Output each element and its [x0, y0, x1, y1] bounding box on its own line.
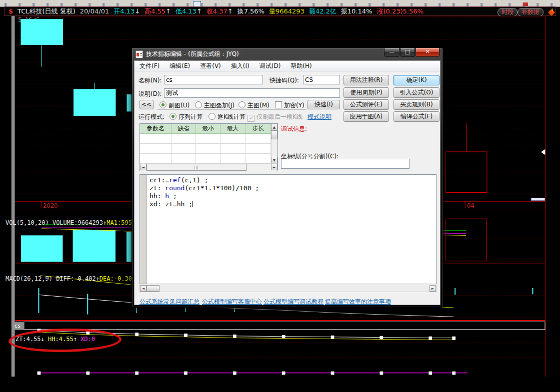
- ok-button[interactable]: 确定(K): [394, 75, 440, 85]
- period-button[interactable]: 时段: [498, 8, 518, 16]
- menu-help[interactable]: 帮助(H): [286, 61, 316, 71]
- turnover-value: 换7.56%: [238, 7, 264, 16]
- table-row[interactable]: [140, 144, 271, 154]
- candlesticks-down: [21, 19, 138, 116]
- application-window: $ TCL科技(日线 复权) 20/04/01 开4.13↓ 高4.55↑ 低4…: [0, 0, 560, 392]
- maximize-button[interactable]: □: [400, 48, 415, 57]
- menu-debug[interactable]: 调试(D): [254, 61, 286, 71]
- formula-code-editor[interactable]: cr1:=ref(c,1) ;zt: round(cr1*1.1*100)/10…: [140, 174, 436, 284]
- radio-series-calc[interactable]: 序列计算: [170, 113, 202, 121]
- stock-info-bar: $ TCL科技(日线 复权) 20/04/01 开4.13↓ 高4.55↑ 低4…: [4, 6, 556, 16]
- table-row[interactable]: [140, 134, 271, 144]
- debug-info-label: 调试信息:: [281, 125, 307, 133]
- volume-bar-up: [446, 219, 486, 261]
- description-label: 说明(D):: [138, 90, 162, 98]
- stock-title: TCL科技(日线 复权): [18, 7, 76, 16]
- alert-diamond-icon[interactable]: ◆!: [548, 7, 554, 16]
- formula-test-button[interactable]: 公式测评(E): [344, 99, 389, 110]
- usage-notes-button[interactable]: 用法注释(R): [344, 75, 389, 85]
- minimize-button[interactable]: —: [384, 48, 400, 57]
- collapse-button[interactable]: <<: [140, 100, 154, 109]
- trade-rules-button[interactable]: 买卖规则(B): [394, 99, 440, 110]
- macd-panel-header: MACD(26,12,9) DIFF:-0.402↑DEA:-0.30: [6, 275, 132, 282]
- change-value: 涨(0.23)5.56%: [376, 7, 423, 16]
- cs-indicator-name: cs: [14, 323, 21, 329]
- radio-dot-icon: [160, 101, 166, 108]
- shortcut-input[interactable]: [303, 75, 340, 84]
- link-faq[interactable]: 公式系统常见问题汇总: [140, 298, 200, 306]
- checkbox-icon: [275, 101, 282, 108]
- menu-view[interactable]: 查看(V): [195, 61, 226, 71]
- cs-header-band[interactable]: [16, 322, 545, 329]
- link-tutorial[interactable]: 公式模型编写调试教程: [264, 298, 324, 306]
- radio-dot-icon: [208, 113, 216, 120]
- col-param-name[interactable]: 参数名: [140, 124, 172, 134]
- menu-edit[interactable]: 编辑(E): [164, 61, 195, 71]
- mode-help-link[interactable]: 模式说明: [308, 113, 332, 121]
- quick-button[interactable]: 快速(I): [308, 100, 340, 109]
- parameter-table: 参数名 缺省 最小 最大 步长 ▲ ▼ ◄: [140, 123, 278, 171]
- dialog-title: 技术指标编辑 - (所属公式组：JYQ): [146, 50, 239, 58]
- description-input[interactable]: [164, 88, 340, 98]
- menu-insert[interactable]: 插入(I): [226, 61, 254, 71]
- close-button[interactable]: ✕: [416, 48, 440, 57]
- main-toolbar[interactable]: [0, 0, 560, 7]
- radio-overlay[interactable]: 主图叠加(J): [195, 101, 234, 110]
- year-tick-label: 2020: [43, 202, 58, 209]
- code-horizontal-scrollbar[interactable]: ◄ ►: [140, 285, 436, 292]
- volume-value: 量9664293: [269, 7, 304, 16]
- radio-perbar-calc[interactable]: 逐K线计算: [208, 113, 246, 121]
- amplitude-value: 振10.14%: [341, 7, 372, 16]
- low-value: 低4.13↑: [176, 7, 202, 16]
- col-max[interactable]: 最大: [220, 124, 246, 134]
- radio-subchart[interactable]: 副图(U): [160, 101, 190, 110]
- compile-formula-button[interactable]: 编译公式(F): [394, 111, 440, 122]
- toolbar-icon[interactable]: [523, 2, 528, 6]
- open-value: 开4.13↓: [114, 7, 140, 16]
- formula-doc-icon: [136, 50, 143, 58]
- table-vertical-scrollbar[interactable]: ▲ ▼: [271, 124, 278, 163]
- lastbar-checkbox[interactable]: ✓仅刷最后一根K线: [248, 113, 302, 122]
- scroll-marker[interactable]: [532, 198, 545, 201]
- dialog-client-area: 文件(F) 编辑(E) 查看(V) 插入(I) 调试(D) 帮助(H) 名称(N…: [134, 60, 440, 305]
- radio-dot-icon: [170, 113, 176, 120]
- period-usage-button[interactable]: 使用周期(P): [344, 87, 389, 98]
- high-value: 高4.55↑: [144, 7, 171, 16]
- radio-mainchart[interactable]: 主图(M): [238, 101, 270, 110]
- radio-dot-icon: [195, 101, 202, 108]
- menu-file[interactable]: 文件(F): [134, 61, 164, 71]
- stock-icon: $: [8, 7, 13, 15]
- apply-to-chart-button[interactable]: 应用于图(A): [344, 111, 389, 122]
- formula-editor-dialog: 技术指标编辑 - (所属公式组：JYQ) — □ ✕ 文件(F) 编辑(E) 查…: [132, 47, 443, 308]
- formula-code[interactable]: cr1:=ref(c,1) ;zt: round(cr1*1.1*100)/10…: [150, 176, 259, 208]
- candlestick-up: [446, 123, 486, 193]
- table-row[interactable]: [140, 154, 271, 163]
- link-tips[interactable]: 提高编写效率的注意事项: [325, 298, 391, 306]
- table-header-row: 参数名 缺省 最小 最大 步长: [140, 124, 271, 134]
- dialog-menu-bar: 文件(F) 编辑(E) 查看(V) 插入(I) 调试(D) 帮助(H): [134, 61, 440, 71]
- link-support[interactable]: 公式模型编写客服中心: [202, 298, 262, 306]
- radio-dot-icon: [238, 101, 246, 108]
- date-label: 20/04/01: [80, 7, 109, 15]
- name-label: 名称(N):: [138, 76, 162, 85]
- import-formula-button[interactable]: 引入公式(O): [394, 87, 440, 98]
- separator-line: [158, 109, 306, 110]
- checkbox-check-icon: ✓: [248, 115, 254, 122]
- volume-panel-header: VOL(5,10,20) VOLUME:9664293↑MA1:595: [6, 219, 132, 226]
- amount-value: 额42.2亿: [309, 7, 336, 16]
- col-default[interactable]: 缺省: [172, 124, 196, 134]
- code-margin: [140, 175, 147, 284]
- text-cursor: [192, 201, 193, 207]
- volume-bars-down: [21, 230, 138, 262]
- encrypt-checkbox[interactable]: 加密(Y): [275, 101, 304, 110]
- name-input[interactable]: [164, 75, 263, 84]
- col-step[interactable]: 步长: [246, 124, 271, 134]
- fill-data-button[interactable]: 补数据: [518, 8, 544, 16]
- run-mode-label: 运行模式:: [138, 113, 164, 121]
- coordinate-lines-input[interactable]: [281, 159, 410, 169]
- close-value: 收4.37↑: [206, 7, 233, 16]
- table-horizontal-scrollbar[interactable]: ◄ ►: [140, 163, 278, 171]
- shortcut-label: 快捷码(Q):: [270, 76, 299, 85]
- col-min[interactable]: 最小: [196, 124, 220, 134]
- month-tick-label: 04: [467, 202, 474, 209]
